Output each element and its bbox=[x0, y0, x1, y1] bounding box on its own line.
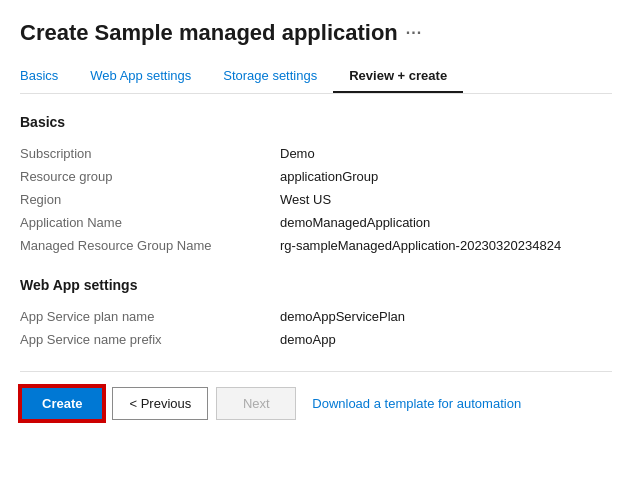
value-region: West US bbox=[280, 188, 612, 211]
label-managed-rg: Managed Resource Group Name bbox=[20, 234, 280, 257]
table-row: Subscription Demo bbox=[20, 142, 612, 165]
value-resource-group: applicationGroup bbox=[280, 165, 612, 188]
footer: Create < Previous Next Download a templa… bbox=[20, 371, 612, 421]
value-managed-rg: rg-sampleManagedApplication-202303202348… bbox=[280, 234, 612, 257]
table-row: Region West US bbox=[20, 188, 612, 211]
previous-button[interactable]: < Previous bbox=[112, 387, 208, 420]
next-button: Next bbox=[216, 387, 296, 420]
tab-storage-settings[interactable]: Storage settings bbox=[207, 60, 333, 93]
create-button[interactable]: Create bbox=[20, 386, 104, 421]
page-title: Create Sample managed application bbox=[20, 20, 398, 46]
basics-section-title: Basics bbox=[20, 114, 612, 130]
label-app-service-plan: App Service plan name bbox=[20, 305, 280, 328]
table-row: Managed Resource Group Name rg-sampleMan… bbox=[20, 234, 612, 257]
value-app-service-prefix: demoApp bbox=[280, 328, 612, 351]
value-app-service-plan: demoAppServicePlan bbox=[280, 305, 612, 328]
tabs-nav: Basics Web App settings Storage settings… bbox=[20, 60, 612, 94]
tab-web-app-settings[interactable]: Web App settings bbox=[74, 60, 207, 93]
web-app-section-title: Web App settings bbox=[20, 277, 612, 293]
value-application-name: demoManagedApplication bbox=[280, 211, 612, 234]
tab-review-create[interactable]: Review + create bbox=[333, 60, 463, 93]
basics-table: Subscription Demo Resource group applica… bbox=[20, 142, 612, 257]
label-app-service-prefix: App Service name prefix bbox=[20, 328, 280, 351]
web-app-table: App Service plan name demoAppServicePlan… bbox=[20, 305, 612, 351]
label-region: Region bbox=[20, 188, 280, 211]
basics-section: Basics Subscription Demo Resource group … bbox=[20, 114, 612, 257]
label-subscription: Subscription bbox=[20, 142, 280, 165]
value-subscription: Demo bbox=[280, 142, 612, 165]
table-row: App Service name prefix demoApp bbox=[20, 328, 612, 351]
table-row: Application Name demoManagedApplication bbox=[20, 211, 612, 234]
label-application-name: Application Name bbox=[20, 211, 280, 234]
label-resource-group: Resource group bbox=[20, 165, 280, 188]
table-row: Resource group applicationGroup bbox=[20, 165, 612, 188]
tab-basics[interactable]: Basics bbox=[20, 60, 74, 93]
download-template-link[interactable]: Download a template for automation bbox=[312, 396, 521, 411]
web-app-section: Web App settings App Service plan name d… bbox=[20, 277, 612, 351]
ellipsis-icon[interactable]: ··· bbox=[406, 24, 422, 42]
table-row: App Service plan name demoAppServicePlan bbox=[20, 305, 612, 328]
